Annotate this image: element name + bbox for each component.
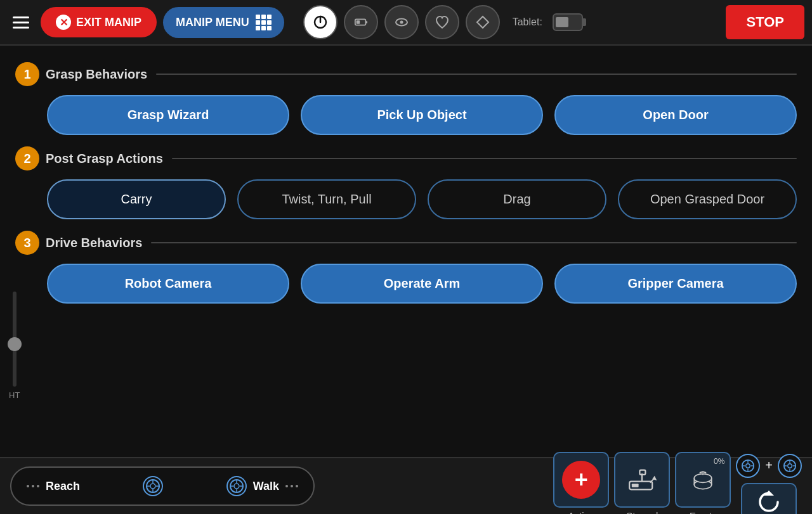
battery-icon-button[interactable] [344,5,378,39]
walk-joystick-icon [226,476,247,496]
grasp-section-header: 1 Grasp Behaviors [15,62,797,86]
stowed-label: Stowed [626,510,658,515]
robot-camera-button[interactable]: Robot Camera [47,264,289,304]
drive-divider [151,242,797,243]
heart-icon-button[interactable] [425,5,459,39]
svg-point-39 [788,463,792,467]
action-btn-wrap: + Action [553,452,609,515]
eye-icon-button[interactable] [384,5,419,39]
grasp-buttons-row: Grasp Wizard Pick Up Object Open Door [47,95,797,135]
walk-label: Walk [253,480,279,493]
drive-section-header: 3 Drive Behaviors [15,231,797,255]
pick-up-object-button[interactable]: Pick Up Object [301,95,543,135]
stowed-btn-wrap: Stowed [614,452,670,515]
action-buttons-group: + Action Stowed 0% [553,452,802,515]
top-bar: ✕ EXIT MANIP MANIP MENU [0,0,812,46]
hamburger-menu-icon[interactable] [8,11,34,34]
stop-label: STOP [746,14,784,30]
bottom-bar: Reach Wa [0,457,812,514]
post-grasp-section-title: Post Grasp Actions [46,151,163,166]
post-grasp-buttons-row: Carry Twist, Turn, Pull Drag Open Graspe… [47,179,797,219]
eye-icon [394,15,409,30]
battery-icon [354,15,368,29]
operate-arm-button[interactable]: Operate Arm [301,264,543,304]
svg-rect-3 [365,21,367,23]
empty-label: Empty [690,510,717,515]
reach-label: Reach [46,480,80,493]
grasp-step-badge: 1 [15,62,39,86]
percent-label: 0% [714,457,724,466]
manip-menu-button[interactable]: MANIP MENU [163,7,284,38]
action-label: Action [568,510,594,515]
small-joystick-left-icon[interactable] [736,454,760,478]
slider-track [13,292,16,387]
drive-buttons-row: Robot Camera Operate Arm Gripper Camera [47,264,797,304]
diamond-icon-button[interactable] [466,5,500,39]
svg-point-29 [695,473,712,482]
tablet-label: Tablet: [513,16,542,28]
post-grasp-step-badge: 2 [15,146,39,170]
slider-label: HT [9,390,20,400]
diamond-icon [475,15,490,30]
action-button[interactable]: + [553,452,609,508]
exit-manip-label: EXIT MANIP [76,16,141,29]
stop-button[interactable]: STOP [726,5,804,39]
main-content: 1 Grasp Behaviors Grasp Wizard Pick Up O… [0,46,812,318]
height-slider[interactable]: HT [9,292,20,418]
grid-icon [256,15,272,30]
svg-marker-7 [477,16,488,28]
svg-rect-23 [640,470,646,474]
drag-button[interactable]: Drag [428,179,606,219]
post-grasp-section-header: 2 Post Grasp Actions [15,146,797,170]
stowed-icon [625,465,659,494]
svg-point-33 [746,463,750,467]
grasp-section-title: Grasp Behaviors [46,67,147,82]
tablet-battery-indicator [553,13,583,31]
power-icon [313,15,328,30]
post-grasp-divider [172,158,797,159]
svg-point-15 [234,484,239,489]
small-joystick-right-icon[interactable] [778,454,802,478]
drive-step-badge: 3 [15,231,39,255]
svg-point-6 [400,21,403,24]
refresh-button[interactable] [741,483,797,515]
refresh-icon [756,491,782,513]
svg-rect-21 [632,484,639,487]
svg-point-9 [150,484,155,489]
exit-manip-button[interactable]: ✕ EXIT MANIP [41,7,157,37]
exit-x-icon: ✕ [56,15,71,30]
drive-section-title: Drive Behaviors [46,236,142,250]
empty-btn-wrap: 0% Empty [675,452,731,515]
power-button[interactable] [303,5,337,39]
open-grasped-door-button[interactable]: Open Grasped Door [618,179,797,219]
reach-joystick-icon [143,476,163,496]
empty-button[interactable]: 0% [675,452,731,508]
manip-menu-label: MANIP MENU [176,16,249,29]
reach-walk-button[interactable]: Reach Wa [10,466,315,506]
heart-icon [435,15,450,30]
gripper-camera-button[interactable]: Gripper Camera [554,264,797,304]
slider-thumb[interactable] [8,337,22,351]
open-door-button[interactable]: Open Door [554,95,797,135]
empty-icon [688,467,718,492]
grasp-divider [156,74,797,75]
svg-rect-4 [356,20,360,24]
carry-button[interactable]: Carry [47,179,226,219]
add-icon: + [562,461,600,499]
plus-separator: + [765,458,773,473]
grasp-wizard-button[interactable]: Grasp Wizard [47,95,289,135]
stowed-button[interactable] [614,452,670,508]
twist-turn-pull-button[interactable]: Twist, Turn, Pull [237,179,416,219]
